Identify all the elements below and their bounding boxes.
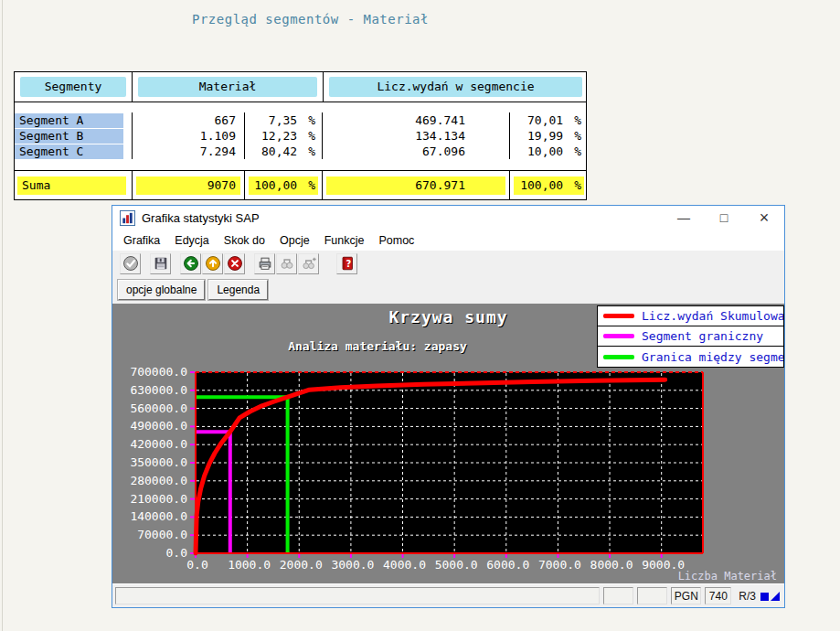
exit-icon[interactable]	[202, 253, 223, 274]
menu-grafika[interactable]: Grafika	[116, 231, 167, 250]
material-pct: 12,23	[261, 128, 297, 144]
segment-label[interactable]: Segment C	[15, 144, 123, 159]
cancel-icon[interactable]	[224, 253, 245, 274]
status-pgn-field: PGN	[671, 587, 701, 604]
status-field	[603, 587, 633, 604]
percent-sign: %	[574, 128, 581, 144]
menu-bar: Grafika Edycja Skok do Opcje Funkcje Pom…	[112, 230, 784, 251]
status-bar: PGN 740 R/3	[112, 583, 784, 607]
minimize-button[interactable]: —	[664, 206, 704, 230]
table-row: Segment C 7.294 80,42% 67.096 10,00%	[15, 144, 586, 159]
legend-line-magenta	[603, 334, 634, 338]
issues-pct: 70,01	[527, 112, 563, 128]
svg-text:630000.0: 630000.0	[130, 383, 187, 397]
svg-text:6000.0: 6000.0	[486, 558, 529, 572]
back-icon[interactable]	[180, 253, 201, 274]
status-page-field: 740	[705, 587, 731, 604]
percent-sign: %	[308, 144, 315, 159]
column-header-material: Materiał	[138, 77, 317, 97]
legend-label: Licz.wydań Skumulowa	[642, 309, 783, 323]
svg-text:1000.0: 1000.0	[228, 558, 271, 572]
button-row: opcje globalne Legenda	[112, 276, 784, 304]
window-title: Grafika statystyki SAP	[142, 211, 664, 225]
left-edge-rule	[2, 0, 3, 631]
legend-label: Segment graniczny	[642, 329, 763, 343]
total-label: Suma	[17, 176, 126, 195]
help-icon[interactable]: ?	[336, 253, 357, 274]
issues-count: 134.134	[322, 128, 509, 144]
menu-opcje[interactable]: Opcje	[272, 231, 317, 250]
svg-text:3000.0: 3000.0	[331, 558, 374, 572]
svg-text:?: ?	[346, 259, 351, 269]
segment-label[interactable]: Segment A	[15, 113, 123, 128]
total-material-pct: 100,00	[254, 176, 297, 195]
svg-text:0.0: 0.0	[166, 546, 187, 560]
menu-edycja[interactable]: Edycja	[167, 231, 217, 250]
save-icon[interactable]	[150, 253, 171, 274]
svg-text:280000.0: 280000.0	[130, 474, 187, 487]
maximize-button[interactable]: □	[704, 206, 744, 230]
page-title: Przegląd segmentów - Materiał	[192, 12, 429, 27]
percent-sign: %	[574, 112, 581, 128]
table-body: Segment A 667 7,35% 469.741 70,01% Segme…	[15, 102, 586, 170]
material-count: 1.109	[132, 128, 244, 144]
find-next-icon[interactable]	[298, 253, 319, 274]
issues-count: 67.096	[322, 144, 509, 159]
material-pct: 80,42	[261, 144, 297, 159]
material-count: 667	[132, 112, 244, 128]
svg-text:560000.0: 560000.0	[130, 401, 187, 415]
percent-sign: %	[308, 128, 315, 144]
legend-item: Licz.wydań Skumulowa	[598, 306, 783, 326]
menu-funkcje[interactable]: Funkcje	[317, 231, 372, 250]
enter-icon[interactable]	[120, 253, 141, 274]
svg-text:5000.0: 5000.0	[435, 558, 478, 572]
svg-text:350000.0: 350000.0	[130, 455, 187, 469]
column-header-segments: Segmenty	[20, 77, 126, 97]
segment-label[interactable]: Segment B	[15, 129, 123, 144]
window-titlebar[interactable]: Grafika statystyki SAP — □ ×	[112, 206, 784, 230]
svg-text:2000.0: 2000.0	[280, 558, 323, 572]
issues-pct: 10,00	[527, 144, 563, 159]
total-issues-count: 670.971	[326, 176, 505, 195]
svg-text:490000.0: 490000.0	[130, 419, 187, 433]
global-options-button[interactable]: opcje globalne	[118, 280, 205, 300]
menu-skok-do[interactable]: Skok do	[217, 231, 272, 250]
table-row: Segment B 1.109 12,23% 134.134 19,99%	[15, 128, 586, 144]
chart-subtitle: Analiza materiału: zapasy	[112, 339, 643, 353]
svg-text:420000.0: 420000.0	[130, 437, 187, 451]
issues-pct: 19,99	[527, 128, 563, 144]
percent-sign: %	[308, 176, 315, 195]
svg-text:140000.0: 140000.0	[130, 509, 187, 523]
svg-text:70000.0: 70000.0	[137, 528, 187, 541]
legend-item: Segment graniczny	[598, 326, 783, 347]
material-count: 7.294	[132, 144, 244, 159]
svg-text:700000.0: 700000.0	[130, 365, 187, 379]
svg-text:0.0: 0.0	[186, 558, 207, 572]
legend-label: Granica między segme	[642, 350, 783, 364]
issues-count: 469.741	[322, 112, 509, 128]
find-icon[interactable]	[276, 253, 297, 274]
svg-text:4000.0: 4000.0	[383, 558, 426, 572]
table-row: Segment A 667 7,35% 469.741 70,01%	[15, 112, 586, 128]
svg-text:210000.0: 210000.0	[130, 492, 187, 506]
close-button[interactable]: ×	[744, 206, 784, 230]
chart-area: 0.070000.0140000.0210000.0280000.0350000…	[112, 304, 784, 583]
total-issues-pct: 100,00	[520, 176, 563, 195]
x-axis-label: Liczba Materiał	[678, 570, 777, 583]
app-bar-chart-icon	[120, 210, 135, 226]
total-material-count: 9070	[136, 176, 240, 195]
sap-graphics-window: Grafika statystyki SAP — □ × Grafika Edy…	[112, 205, 785, 608]
system-label: R/3	[739, 590, 756, 603]
svg-text:7000.0: 7000.0	[538, 558, 581, 572]
percent-sign: %	[308, 112, 315, 128]
menu-pomoc[interactable]: Pomoc	[371, 231, 421, 250]
chart-legend: Licz.wydań Skumulowa Segment graniczny G…	[597, 305, 784, 368]
segment-overview-table: Segmenty Materiał Licz.wydań w segmencie…	[14, 71, 587, 200]
legend-button[interactable]: Legenda	[208, 280, 268, 300]
legend-line-green	[603, 355, 634, 359]
status-message-field	[115, 587, 600, 604]
percent-sign: %	[574, 144, 581, 159]
toolbar: ?	[112, 251, 784, 276]
print-icon[interactable]	[254, 253, 275, 274]
status-field	[637, 587, 667, 604]
